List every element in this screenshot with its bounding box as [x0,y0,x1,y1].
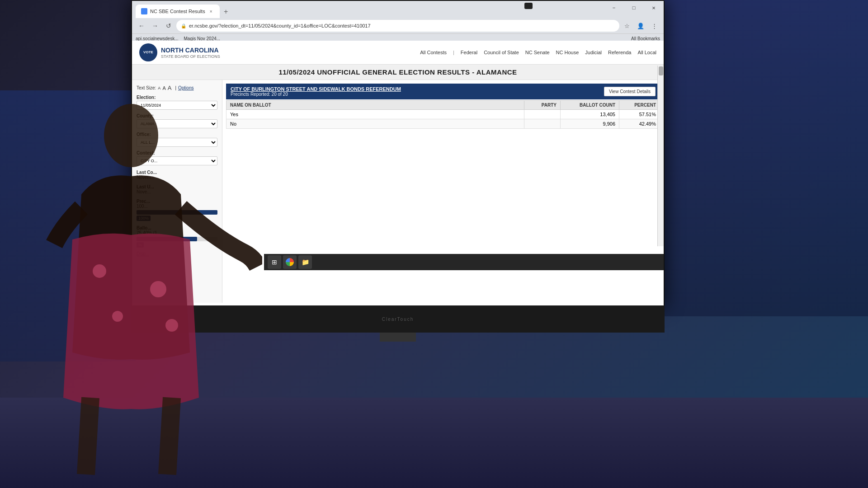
tab-favicon [141,8,147,14]
col-name: NAME ON BALLOT [226,101,524,110]
svg-point-1 [93,264,106,278]
nav-all-local[interactable]: All Local [637,50,656,55]
browser-action-buttons: ☆ 👤 ⋮ [621,20,660,32]
logo-name: NORTH CAROLINA [161,46,220,54]
close-button[interactable]: × [644,1,664,14]
back-button[interactable]: ← [136,20,147,32]
vertical-scrollbar[interactable] [657,66,664,246]
window-controls: − □ × [604,1,664,14]
presenter-overlay [0,81,262,488]
col-party: PARTY [524,101,561,110]
row-no-percent: 42.49% [619,119,660,129]
chrome-taskbar-icon[interactable] [283,255,297,269]
logo-seal: VOTE [139,43,157,61]
svg-point-3 [112,311,123,322]
browser-toolbar: ← → ↺ 🔒 er.ncsbe.gov/?election_dt=11/05/… [132,18,664,33]
site-logo: VOTE NORTH CAROLINA STATE BOARD OF ELECT… [139,43,220,61]
table-row: No 9,906 42.49% [226,119,660,129]
svg-point-4 [165,319,178,332]
nav-referenda[interactable]: Referenda [608,50,631,55]
site-header: VOTE NORTH CAROLINA STATE BOARD OF ELECT… [132,41,664,65]
row-no-count: 9,906 [561,119,619,129]
profile-button[interactable]: 👤 [635,20,646,32]
svg-point-2 [150,281,166,297]
monitor-brand: ClearTouch [382,317,414,322]
tab-bar: NC SBE Contest Results × + [132,1,664,18]
row-yes-name: Yes [226,110,524,119]
tab-close-button[interactable]: × [208,8,214,14]
nav-judicial[interactable]: Judicial [585,50,602,55]
col-percent: PERCENT [619,101,660,110]
maximize-button[interactable]: □ [624,1,644,14]
table-header-row: NAME ON BALLOT PARTY BALLOT COUNT PERCEN… [226,101,660,110]
monitor-stand [380,333,416,342]
page-title: 11/05/2024 UNOFFICIAL GENERAL ELECTION R… [139,68,656,76]
logo-subtitle: STATE BOARD OF ELECTIONS [161,54,220,59]
menu-button[interactable]: ⋮ [648,20,660,32]
nav-council-of-state[interactable]: Council of State [484,50,519,55]
row-yes-party [524,110,561,119]
taskbar: ⊞ 📁 ☀️ 77°F Partly sunny 4:08 PM [264,254,664,270]
forward-button[interactable]: → [149,20,161,32]
svg-point-0 [104,104,158,167]
webcam [524,3,533,9]
view-contest-details-button[interactable]: View Contest Details [604,87,656,96]
results-table: NAME ON BALLOT PARTY BALLOT COUNT PERCEN… [226,100,660,129]
table-row: Yes 13,405 57.51% [226,110,660,119]
folder-icon: 📁 [302,258,309,266]
url-text: er.ncsbe.gov/?election_dt=11/05/2024&cou… [189,23,371,28]
lock-icon: 🔒 [181,23,186,28]
col-ballot-count: BALLOT COUNT [561,101,619,110]
nav-nc-senate[interactable]: NC Senate [525,50,550,55]
browser-chrome: − □ × NC SBE Contest Results × + ← → ↺ 🔒… [132,1,664,41]
nav-all-contests[interactable]: All Contests [420,50,447,55]
start-icon: ⊞ [272,258,277,266]
address-bar[interactable]: 🔒 er.ncsbe.gov/?election_dt=11/05/2024&c… [176,20,619,32]
minimize-button[interactable]: − [604,1,624,14]
site-nav: All Contests | Federal Council of State … [420,50,656,55]
active-tab[interactable]: NC SBE Contest Results × [136,5,220,18]
file-explorer-taskbar-icon[interactable]: 📁 [298,255,312,269]
presenter-silhouette [0,81,262,488]
nav-nc-house[interactable]: NC House [556,50,579,55]
tab-title: NC SBE Contest Results [150,9,205,14]
start-button[interactable]: ⊞ [268,255,281,269]
contest-header: CITY OF BURLINGTON STREET AND SIDEWALK B… [226,84,660,99]
taskbar-left: ⊞ 📁 [268,255,312,269]
row-no-name: No [226,119,524,129]
nav-federal[interactable]: Federal [461,50,477,55]
bookmark-star-button[interactable]: ☆ [621,20,633,32]
new-tab-button[interactable]: + [220,5,232,18]
row-yes-percent: 57.51% [619,110,660,119]
chrome-icon [286,258,294,266]
reload-button[interactable]: ↺ [163,20,175,32]
row-no-party [524,119,561,129]
page-title-bar: 11/05/2024 UNOFFICIAL GENERAL ELECTION R… [132,65,664,80]
scrollbar-thumb[interactable] [659,66,663,75]
row-yes-count: 13,405 [561,110,619,119]
